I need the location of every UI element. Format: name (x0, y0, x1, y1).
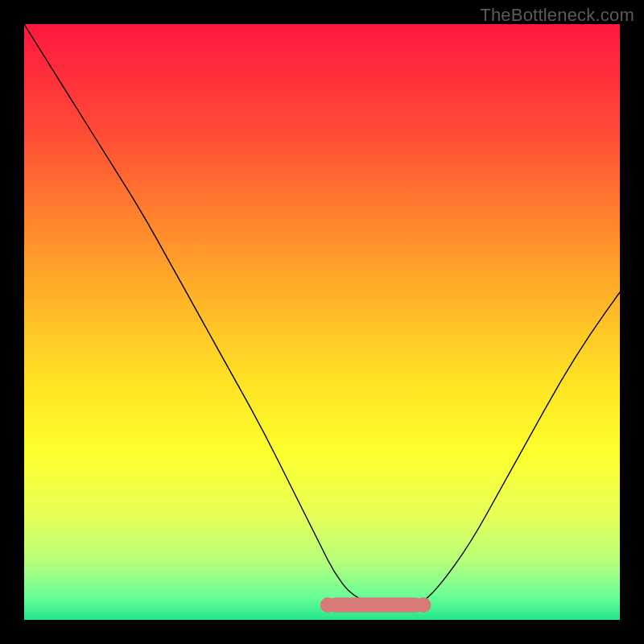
bottleneck-chart (24, 24, 620, 620)
svg-point-1 (320, 597, 336, 613)
chart-frame: TheBottleneck.com (0, 0, 644, 644)
svg-rect-0 (328, 597, 423, 613)
svg-point-2 (415, 597, 431, 613)
optimal-range-marker (320, 597, 431, 613)
gradient-background (24, 24, 620, 620)
watermark-text: TheBottleneck.com (480, 5, 634, 26)
